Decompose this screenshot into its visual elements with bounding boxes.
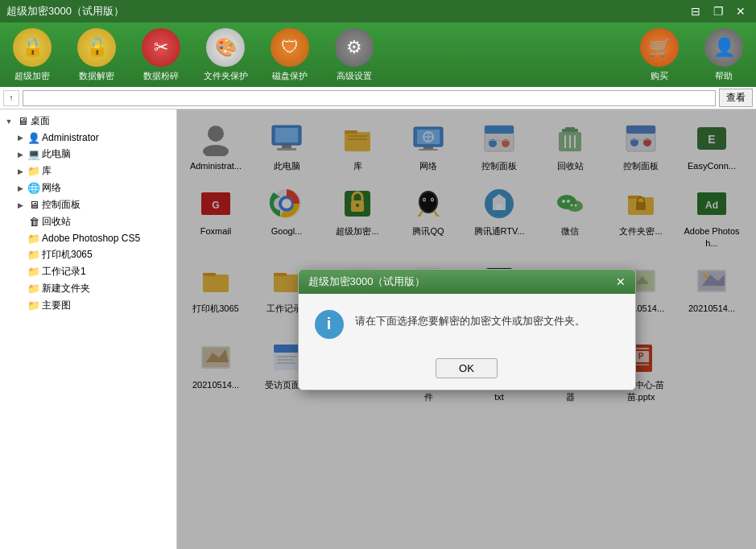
app-title: 超级加密3000（试用版） (6, 4, 124, 19)
network-icon: 🌐 (27, 182, 40, 195)
expand-work-records (14, 266, 26, 278)
dialog-close-button[interactable]: ✕ (616, 275, 626, 288)
expand-this-pc[interactable]: ▶ (14, 149, 26, 160)
tool-settings-label: 高级设置 (337, 70, 372, 82)
control-panel-icon: 🖥 (27, 199, 40, 212)
title-bar: 超级加密3000（试用版） ⊟ ❐ ✕ (0, 0, 756, 23)
tool-disk-protect[interactable]: 🛡 磁盘保护 (266, 28, 314, 82)
dialog-overlay: 超级加密3000（试用版） ✕ i 请在下面选择您要解密的加密文件或加密文件夹。… (177, 109, 756, 549)
sidebar-item-printer[interactable]: 📁 打印机3065 (0, 246, 176, 263)
recycle-icon: 🗑 (27, 216, 40, 229)
sidebar-item-desktop[interactable]: ▼ 🖥 桌面 (0, 113, 176, 130)
cart-icon: 🛒 (640, 28, 679, 67)
tool-shred-label: 数据粉碎 (143, 70, 179, 82)
expand-printer (14, 250, 26, 261)
unlock-icon: 🔓 (77, 28, 116, 67)
sidebar-item-network[interactable]: ▶ 🌐 网络 (0, 180, 176, 196)
shield-icon: 🛡 (271, 28, 309, 67)
sidebar-label-network: 网络 (42, 181, 61, 195)
expand-adobe (14, 233, 26, 244)
folder-protect-icon: 🎨 (206, 28, 245, 67)
dialog-titlebar: 超级加密3000（试用版） ✕ (299, 270, 635, 294)
sidebar-label-main-image: 主要图 (42, 299, 71, 312)
sidebar-item-library[interactable]: ▶ 📁 库 (0, 163, 176, 180)
expand-desktop[interactable]: ▼ (3, 116, 14, 127)
tool-help[interactable]: 👤 帮助 (700, 28, 748, 82)
work-records-icon: 📁 (27, 266, 40, 279)
address-bar: ↑ 查看 (0, 87, 756, 109)
main-image-icon: 📁 (27, 299, 40, 312)
expand-recycle (14, 217, 26, 228)
expand-network[interactable]: ▶ (14, 183, 26, 194)
expand-new-folder (14, 283, 26, 295)
expand-administrator[interactable]: ▶ (14, 132, 26, 143)
sidebar-label-adobe: Adobe Photoshop CS5 (42, 233, 140, 244)
tool-settings[interactable]: ⚙ 高级设置 (330, 28, 378, 82)
sidebar-label-printer: 打印机3065 (42, 248, 93, 262)
expand-library[interactable]: ▶ (14, 166, 26, 177)
sidebar-label-this-pc: 此电脑 (42, 147, 71, 161)
dialog-body: i 请在下面选择您要解密的加密文件或加密文件夹。 (299, 294, 635, 352)
administrator-icon: 👤 (27, 131, 40, 144)
library-icon: 📁 (27, 165, 40, 178)
sidebar-label-administrator: Administrator (42, 132, 99, 143)
up-button[interactable]: ↑ (3, 90, 19, 106)
dialog-ok-button[interactable]: OK (436, 358, 498, 378)
tool-encrypt-label: 超级加密 (14, 70, 50, 82)
printer-folder-icon: 📁 (27, 249, 40, 262)
computer-icon: 💻 (27, 148, 40, 161)
sidebar-label-work-records: 工作记录1 (42, 265, 86, 279)
sidebar-label-control-panel: 控制面板 (42, 198, 81, 212)
minimize-button[interactable]: ⊟ (687, 2, 704, 20)
dialog-title: 超级加密3000（试用版） (308, 274, 426, 289)
restore-button[interactable]: ❐ (709, 2, 727, 20)
desktop-icon: 🖥 (16, 115, 29, 128)
search-button[interactable]: 查看 (719, 89, 753, 107)
tool-buy-label: 购买 (651, 70, 668, 82)
dialog-footer: OK (299, 352, 635, 390)
tool-encrypt[interactable]: 🔒 超级加密 (8, 28, 56, 82)
sidebar-item-work-records[interactable]: 📁 工作记录1 (0, 263, 176, 280)
dialog-message: 请在下面选择您要解密的加密文件或加密文件夹。 (355, 313, 585, 330)
sidebar-item-new-folder[interactable]: 📁 新建文件夹 (0, 280, 176, 297)
sidebar-item-adobe[interactable]: 📁 Adobe Photoshop CS5 (0, 230, 176, 246)
title-bar-controls: ⊟ ❐ ✕ (687, 2, 750, 20)
tool-shred[interactable]: ✂ 数据粉碎 (137, 28, 185, 82)
gear-icon: ⚙ (335, 28, 374, 67)
sidebar-item-recycle[interactable]: 🗑 回收站 (0, 213, 176, 230)
sidebar-item-main-image[interactable]: 📁 主要图 (0, 297, 176, 314)
sidebar-item-control-panel[interactable]: ▶ 🖥 控制面板 (0, 196, 176, 213)
close-button[interactable]: ✕ (732, 2, 750, 20)
tool-disk-protect-label: 磁盘保护 (272, 70, 308, 82)
info-icon: i (315, 310, 344, 339)
sidebar-label-desktop: 桌面 (31, 114, 50, 128)
tool-folder-protect[interactable]: 🎨 文件夹保护 (201, 28, 250, 82)
tool-decrypt[interactable]: 🔓 数据解密 (72, 28, 121, 82)
lock-icon: 🔒 (13, 28, 52, 67)
person-help-icon: 👤 (704, 28, 743, 67)
tool-decrypt-label: 数据解密 (79, 70, 114, 82)
address-input[interactable] (23, 90, 716, 106)
sidebar-label-recycle: 回收站 (42, 215, 71, 229)
adobe-folder-icon: 📁 (27, 232, 40, 245)
tool-folder-protect-label: 文件夹保护 (204, 70, 248, 82)
sidebar-label-library: 库 (42, 164, 52, 178)
sidebar-label-new-folder: 新建文件夹 (42, 282, 90, 295)
sidebar: ▼ 🖥 桌面 ▶ 👤 Administrator ▶ 💻 此电脑 ▶ 📁 库 ▶… (0, 109, 177, 549)
scissors-icon: ✂ (142, 28, 180, 67)
toolbar: 🔒 超级加密 🔓 数据解密 ✂ 数据粉碎 🎨 文件夹保护 🛡 磁盘保护 ⚙ 高级… (0, 23, 756, 87)
main-area: ▼ 🖥 桌面 ▶ 👤 Administrator ▶ 💻 此电脑 ▶ 📁 库 ▶… (0, 109, 756, 549)
expand-main-image (14, 300, 26, 312)
new-folder-icon: 📁 (27, 283, 40, 295)
tool-buy[interactable]: 🛒 购买 (635, 28, 684, 82)
tool-help-label: 帮助 (715, 70, 733, 82)
sidebar-item-administrator[interactable]: ▶ 👤 Administrator (0, 130, 176, 146)
sidebar-item-this-pc[interactable]: ▶ 💻 此电脑 (0, 146, 176, 163)
dialog: 超级加密3000（试用版） ✕ i 请在下面选择您要解密的加密文件或加密文件夹。… (298, 269, 636, 390)
expand-control-panel[interactable]: ▶ (14, 200, 26, 211)
file-area: Administrat... 此电脑 (177, 109, 756, 549)
